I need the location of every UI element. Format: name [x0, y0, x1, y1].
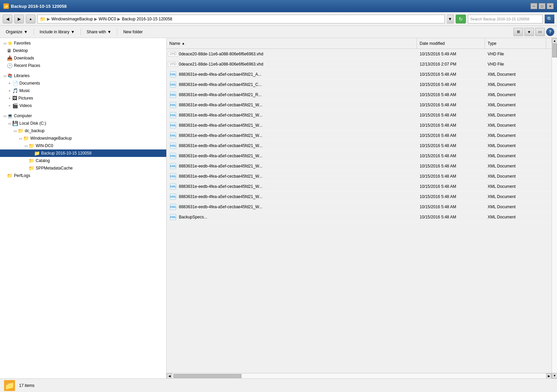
include-in-library-button[interactable]: Include in library ▼	[37, 28, 78, 36]
file-date: 10/15/2016 5:48 AM	[420, 133, 488, 138]
file-name: 8883631e-eedb-4fea-a5ef-cecbae45fd21_A..…	[179, 72, 420, 77]
view-dropdown-button[interactable]: ▼	[524, 28, 534, 36]
new-folder-button[interactable]: New folder	[120, 28, 146, 36]
file-row[interactable]: XML 8883631e-eedb-4fea-a5ef-cecbae45fd21…	[167, 130, 552, 141]
catalog-folder-icon: 📁	[29, 158, 34, 163]
music-label: Music	[19, 88, 30, 93]
file-date: 10/15/2016 5:48 AM	[420, 215, 488, 219]
help-button[interactable]: ?	[546, 28, 554, 36]
v-scroll-thumb	[552, 44, 557, 57]
file-type: VHD File	[488, 62, 549, 67]
backup-expand-icon: ▭	[29, 152, 34, 155]
refresh-button[interactable]: ↻	[456, 15, 466, 23]
sidebar-item-dc-backup[interactable]: ▭ 📁 dc_backup	[0, 127, 166, 135]
view-grid-button[interactable]: ⊞	[513, 28, 523, 36]
file-row[interactable]: XML 8883631e-eedb-4fea-a5ef-cecbae45fd21…	[167, 202, 552, 212]
file-name: 8883631e-eedb-4fea-a5ef-cecbae45fd21_R..…	[179, 92, 420, 97]
sidebar-section-libraries[interactable]: ▭ 📚 Libraries	[0, 72, 166, 79]
col-header-type[interactable]: Type	[485, 38, 546, 49]
organize-button[interactable]: Organize ▼	[3, 28, 31, 36]
view-preview-button[interactable]: ▭	[535, 28, 545, 36]
sidebar-item-videos[interactable]: + 🎬 Videos	[0, 102, 166, 109]
file-row[interactable]: XML 8883631e-eedb-4fea-a5ef-cecbae45fd21…	[167, 161, 552, 171]
file-icon: XML	[169, 213, 177, 221]
sidebar-item-windows-image-backup[interactable]: ▭ 📁 WindowsImageBackup	[0, 135, 166, 142]
sidebar-item-downloads[interactable]: 📥 Downloads	[0, 54, 166, 62]
search-input[interactable]: Search Backup 2016-10-15 120058	[468, 15, 543, 23]
recent-places-icon: 🕑	[7, 63, 13, 68]
close-button[interactable]: ✕	[547, 3, 554, 9]
file-row[interactable]: XML 8883631e-eedb-4fea-a5ef-cecbae45fd21…	[167, 151, 552, 161]
file-name: 8883631e-eedb-4fea-a5ef-cecbae45fd21_W..…	[179, 204, 420, 209]
file-row[interactable]: XML 8883631e-eedb-4fea-a5ef-cecbae45fd21…	[167, 120, 552, 130]
sidebar-section-computer[interactable]: ▭ 💻 Computer	[0, 112, 166, 120]
share-with-button[interactable]: Share with ▼	[84, 28, 115, 36]
title-bar-controls: ─ □ ✕	[530, 3, 554, 9]
forward-button[interactable]: ▶	[14, 15, 24, 23]
path-crumb-3[interactable]: Backup 2016-10-15 120058	[122, 17, 172, 21]
file-row[interactable]: XML 8883631e-eedb-4fea-a5ef-cecbae45fd21…	[167, 171, 552, 181]
file-name: 8883631e-eedb-4fea-a5ef-cecbae45fd21_C..…	[179, 82, 420, 87]
file-row[interactable]: XML BackupSpecs... 10/15/2016 5:48 AM XM…	[167, 212, 552, 222]
toolbar-separator-3	[117, 29, 117, 35]
address-path[interactable]: 📁 ▶ WindowsImageBackup ▶ WIN-DC0 ▶ Backu…	[37, 15, 445, 23]
col-header-name[interactable]: Name ▲	[167, 38, 417, 49]
status-folder-icon: 📁	[4, 380, 15, 391]
back-button[interactable]: ◀	[3, 15, 12, 23]
file-row[interactable]: XML 8883631e-eedb-4fea-a5ef-cecbae45fd21…	[167, 79, 552, 90]
sidebar-item-spp-metadata[interactable]: 📁 SPPMetadataCache	[0, 164, 166, 172]
h-scroll-track	[172, 374, 546, 378]
col-header-date[interactable]: Date modified	[417, 38, 485, 49]
sidebar-item-desktop[interactable]: 🖥 Desktop	[0, 47, 166, 54]
pictures-expand-icon: +	[7, 96, 12, 100]
path-crumb-2[interactable]: WIN-DC0	[99, 17, 116, 21]
sidebar-item-pictures[interactable]: + 🖼 Pictures	[0, 94, 166, 102]
v-scroll-up-arrow[interactable]: ▲	[552, 38, 557, 43]
file-name: 8883631e-eedb-4fea-a5ef-cecbae45fd21_W..…	[179, 103, 420, 107]
path-separator-3: ▶	[117, 17, 120, 21]
address-dropdown-button[interactable]: ▼	[447, 15, 454, 23]
computer-expand-icon: ▭	[2, 114, 7, 118]
music-expand-icon: +	[7, 89, 12, 93]
file-row[interactable]: VHD 0deace21-88de-11e6-a088-806e6f6e6963…	[167, 59, 552, 69]
pictures-icon: 🖼	[12, 95, 17, 101]
horizontal-scrollbar[interactable]: ◀ ▶	[167, 373, 552, 378]
v-scroll-down-arrow[interactable]: ▼	[552, 373, 557, 378]
sidebar-item-win-dc0[interactable]: ▭ 📁 WIN-DC0	[0, 142, 166, 149]
sidebar-item-recent-places[interactable]: 🕑 Recent Places	[0, 62, 166, 69]
perflogs-folder-icon: 📁	[7, 173, 13, 178]
maximize-button[interactable]: □	[539, 3, 545, 9]
vertical-scrollbar[interactable]: ▲ ▼	[552, 38, 557, 378]
path-folder-icon: 📁	[40, 16, 46, 22]
h-scroll-left-arrow[interactable]: ◀	[167, 373, 172, 379]
sidebar-item-backup-selected[interactable]: ▭ 📁 Backup 2016-10-15 120058	[0, 149, 166, 157]
file-row[interactable]: VHD 0deace20-88de-11e6-a088-806e6f6e6963…	[167, 49, 552, 59]
file-row[interactable]: XML 8883631e-eedb-4fea-a5ef-cecbae45fd21…	[167, 100, 552, 110]
v-scroll-track	[552, 43, 557, 373]
search-button[interactable]: 🔍	[545, 15, 554, 23]
sidebar-item-perflogs[interactable]: 📁 PerfLogs	[0, 172, 166, 179]
file-icon: XML	[169, 152, 177, 160]
up-button[interactable]: ▲	[26, 15, 35, 23]
file-row[interactable]: XML 8883631e-eedb-4fea-a5ef-cecbae45fd21…	[167, 141, 552, 151]
col-name-label: Name	[169, 41, 180, 46]
h-scroll-right-arrow[interactable]: ▶	[546, 373, 552, 379]
sidebar-item-documents[interactable]: + 📄 Documents	[0, 79, 166, 87]
organize-label: Organize	[6, 30, 22, 34]
minimize-button[interactable]: ─	[530, 3, 537, 9]
sidebar-item-local-disk[interactable]: ▭ 💾 Local Disk (C:)	[0, 120, 166, 127]
file-row[interactable]: XML 8883631e-eedb-4fea-a5ef-cecbae45fd21…	[167, 192, 552, 202]
path-crumb-1[interactable]: WindowsImageBackup	[51, 17, 93, 21]
sort-arrow-icon: ▲	[182, 41, 185, 45]
file-name: 8883631e-eedb-4fea-a5ef-cecbae45fd21_W..…	[179, 154, 420, 158]
libraries-label: Libraries	[14, 73, 30, 78]
file-row[interactable]: XML 8883631e-eedb-4fea-a5ef-cecbae45fd21…	[167, 181, 552, 192]
file-row[interactable]: XML 8883631e-eedb-4fea-a5ef-cecbae45fd21…	[167, 69, 552, 79]
recent-places-label: Recent Places	[14, 63, 40, 68]
sidebar-item-catalog[interactable]: 📁 Catalog	[0, 157, 166, 164]
sidebar-section-favorites[interactable]: ▭ ⭐ Favorites	[0, 39, 166, 47]
h-scroll-thumb	[173, 374, 241, 378]
file-row[interactable]: XML 8883631e-eedb-4fea-a5ef-cecbae45fd21…	[167, 110, 552, 120]
sidebar-item-music[interactable]: + 🎵 Music	[0, 87, 166, 94]
file-row[interactable]: XML 8883631e-eedb-4fea-a5ef-cecbae45fd21…	[167, 90, 552, 100]
